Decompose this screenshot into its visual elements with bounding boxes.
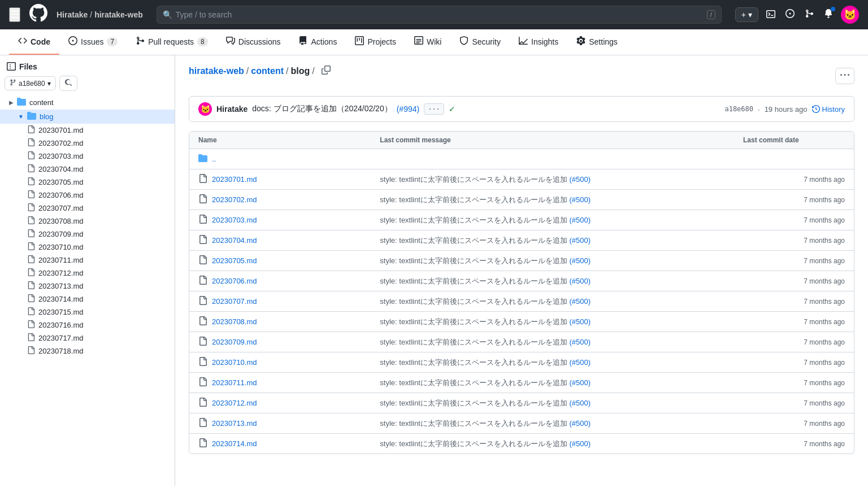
tab-actions[interactable]: Actions — [289, 29, 346, 55]
tab-wiki[interactable]: Wiki — [405, 29, 450, 55]
settings-icon — [576, 36, 585, 47]
file-search-button[interactable] — [59, 76, 77, 91]
user-avatar[interactable]: 🐱 — [841, 6, 859, 24]
file-msg-link[interactable]: (#500) — [569, 175, 591, 184]
add-new-button[interactable]: + ▾ — [735, 7, 758, 22]
history-link[interactable]: History — [812, 105, 845, 114]
tab-discussions[interactable]: Discussions — [217, 29, 290, 55]
tab-discussions-label: Discussions — [238, 37, 281, 46]
file-name-link[interactable]: 20230709.md — [212, 338, 257, 346]
file-name-link[interactable]: 20230701.md — [212, 175, 257, 184]
table-row[interactable]: 20230704.md style: textlintに太字前後にスペースを入れ… — [189, 230, 854, 251]
tab-insights[interactable]: Insights — [510, 29, 567, 55]
tree-item-file-5[interactable]: 20230705.md — [0, 176, 175, 189]
tree-item-file-14[interactable]: 20230714.md — [0, 293, 175, 306]
issues-button[interactable] — [783, 7, 797, 23]
tab-projects[interactable]: Projects — [346, 29, 405, 55]
breadcrumb-content-link[interactable]: content — [251, 66, 284, 76]
tree-item-file-18[interactable]: 20230718.md — [0, 345, 175, 358]
pull-requests-button[interactable] — [802, 7, 816, 23]
tree-item-file-1[interactable]: 20230701.md — [0, 124, 175, 137]
terminal-button[interactable] — [764, 7, 778, 23]
file-name-link[interactable]: 20230713.md — [212, 419, 257, 428]
file-name-link[interactable]: 20230708.md — [212, 317, 257, 326]
file-msg-link[interactable]: (#500) — [569, 439, 591, 448]
tree-item-file-11[interactable]: 20230711.md — [0, 254, 175, 267]
file-msg-link[interactable]: (#500) — [569, 195, 591, 204]
table-row[interactable]: 20230708.md style: textlintに太字前後にスペースを入れ… — [189, 312, 854, 332]
file-name-link[interactable]: 20230712.md — [212, 399, 257, 407]
file-msg-link[interactable]: (#500) — [569, 216, 591, 224]
branch-selector[interactable]: a18e680 ▾ — [5, 76, 56, 90]
table-row[interactable]: 20230711.md style: textlintに太字前後にスペースを入れ… — [189, 373, 854, 393]
table-row[interactable]: 20230705.md style: textlintに太字前後にスペースを入れ… — [189, 251, 854, 271]
file-name-link[interactable]: 20230711.md — [212, 378, 257, 387]
file-name-link[interactable]: 20230703.md — [212, 216, 257, 224]
commit-pr-link[interactable]: (#994) — [397, 104, 419, 114]
table-row[interactable]: 20230702.md style: textlintに太字前後にスペースを入れ… — [189, 190, 854, 210]
table-row[interactable]: 20230709.md style: textlintに太字前後にスペースを入れ… — [189, 332, 854, 352]
table-row[interactable]: 20230706.md style: textlintに太字前後にスペースを入れ… — [189, 271, 854, 291]
file-msg-link[interactable]: (#500) — [569, 317, 591, 326]
file-name-link[interactable]: 20230705.md — [212, 256, 257, 265]
tree-item-file-16[interactable]: 20230716.md — [0, 319, 175, 332]
breadcrumb-repo-link[interactable]: hiratake-web — [189, 66, 244, 76]
tree-item-file-12[interactable]: 20230712.md — [0, 267, 175, 280]
file-name-link[interactable]: 20230714.md — [212, 439, 257, 448]
table-row[interactable]: 20230713.md style: textlintに太字前後にスペースを入れ… — [189, 413, 854, 434]
tab-issues[interactable]: Issues 7 — [59, 29, 127, 55]
file-msg-link[interactable]: (#500) — [569, 419, 591, 428]
file-name-link[interactable]: 20230707.md — [212, 297, 257, 306]
tree-item-file-15[interactable]: 20230715.md — [0, 306, 175, 319]
global-search[interactable]: 🔍 / — [157, 6, 722, 24]
tree-item-content[interactable]: ▶ content — [0, 95, 175, 110]
search-input[interactable] — [176, 10, 704, 19]
tree-item-file-9[interactable]: 20230709.md — [0, 228, 175, 241]
table-row[interactable]: 20230707.md style: textlintに太字前後にスペースを入れ… — [189, 291, 854, 312]
file-icon — [27, 203, 35, 213]
table-row[interactable]: 20230701.md style: textlintに太字前後にスペースを入れ… — [189, 169, 854, 190]
file-msg-link[interactable]: (#500) — [569, 236, 591, 245]
parent-dir-link[interactable]: .. — [212, 155, 216, 163]
tree-item-file-13[interactable]: 20230713.md — [0, 280, 175, 293]
copy-path-button[interactable] — [319, 64, 333, 78]
file-name-link[interactable]: 20230704.md — [212, 236, 257, 245]
tree-item-file-8[interactable]: 20230708.md — [0, 215, 175, 228]
file-name-link[interactable]: 20230702.md — [212, 195, 257, 204]
file-msg-link[interactable]: (#500) — [569, 297, 591, 306]
file-msg: style: textlintに太字前後にスペースを入れるルールを追加 (#50… — [380, 195, 743, 205]
tree-item-file-17[interactable]: 20230717.md — [0, 332, 175, 345]
breadcrumb-repo[interactable]: hiratake-web — [94, 10, 143, 19]
tab-settings[interactable]: Settings — [567, 29, 627, 55]
file-msg-link[interactable]: (#500) — [569, 358, 591, 367]
file-msg-link[interactable]: (#500) — [569, 277, 591, 285]
breadcrumb-user[interactable]: Hiratake — [57, 10, 88, 19]
tree-item-file-6[interactable]: 20230706.md — [0, 189, 175, 202]
file-msg-link[interactable]: (#500) — [569, 399, 591, 407]
notifications-button[interactable] — [822, 7, 835, 23]
more-options-button[interactable] — [835, 68, 854, 84]
tab-code[interactable]: Code — [9, 29, 59, 55]
tab-settings-label: Settings — [589, 37, 618, 46]
tab-pull-requests[interactable]: Pull requests 8 — [127, 29, 217, 55]
file-name-link[interactable]: 20230706.md — [212, 277, 257, 285]
hamburger-menu[interactable]: ☰ — [9, 7, 20, 22]
tree-item-file-4[interactable]: 20230704.md — [0, 163, 175, 176]
tree-item-file-2[interactable]: 20230702.md — [0, 137, 175, 150]
commit-hash-link[interactable]: a18e680 — [724, 105, 753, 113]
file-name-link[interactable]: 20230710.md — [212, 358, 257, 367]
tree-item-file-3[interactable]: 20230703.md — [0, 150, 175, 163]
table-row[interactable]: 20230712.md style: textlintに太字前後にスペースを入れ… — [189, 393, 854, 413]
breadcrumb-sep-2: / — [286, 66, 288, 76]
tree-item-file-10[interactable]: 20230710.md — [0, 241, 175, 254]
file-msg-link[interactable]: (#500) — [569, 256, 591, 265]
tree-item-blog[interactable]: ▼ blog — [0, 110, 175, 124]
tab-security[interactable]: Security — [450, 29, 510, 55]
table-row[interactable]: 20230710.md style: textlintに太字前後にスペースを入れ… — [189, 352, 854, 373]
table-row[interactable]: 20230703.md style: textlintに太字前後にスペースを入れ… — [189, 210, 854, 230]
tree-item-file-7[interactable]: 20230707.md — [0, 202, 175, 215]
file-msg-link[interactable]: (#500) — [569, 338, 591, 346]
file-msg-link[interactable]: (#500) — [569, 378, 591, 387]
table-row-parent[interactable]: .. — [189, 149, 854, 169]
table-row[interactable]: 20230714.md style: textlintに太字前後にスペースを入れ… — [189, 434, 854, 454]
